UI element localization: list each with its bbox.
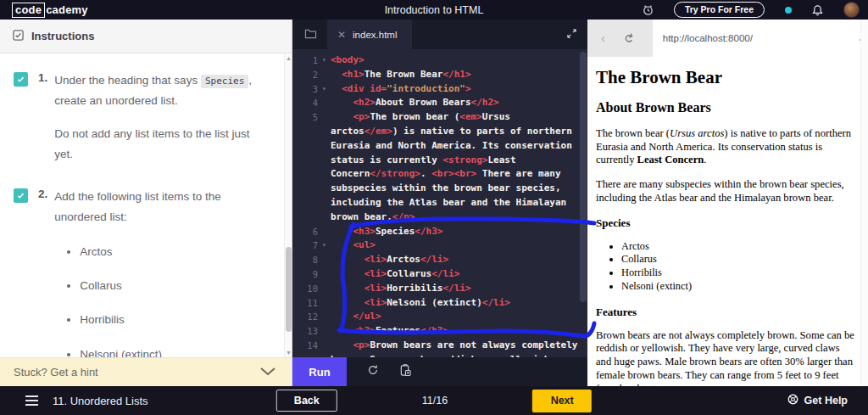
- lesson-progress: 11/16: [422, 395, 448, 407]
- instructions-header[interactable]: Instructions: [0, 20, 292, 53]
- logo-rest: cademy: [46, 3, 88, 16]
- fold-gutter: [318, 225, 331, 239]
- code-line[interactable]: 5 <p>The brown bear (<em>Ursus arctos</e…: [296, 110, 579, 224]
- get-help-label: Get Help: [804, 395, 848, 407]
- page-h1: The Brown Bear: [596, 67, 856, 88]
- inline-code-chip: Species: [201, 75, 248, 88]
- instructions-steps: 1. Under the heading that says Species, …: [0, 53, 292, 357]
- code-line[interactable]: 8 <li>Arctos</li>: [296, 253, 579, 267]
- lesson-title: 11. Unordered Lists: [53, 395, 148, 407]
- instruction-step-2: 2. Add the following list items to the u…: [14, 187, 270, 357]
- step1-text-2: Do not add any list items to the list ju…: [54, 124, 268, 165]
- step1-number: 1.: [38, 71, 47, 165]
- fold-gutter: [318, 110, 331, 224]
- step1-checkbox[interactable]: [14, 72, 28, 87]
- list-item: Nelsoni (extinct): [80, 345, 268, 357]
- fold-arrow-icon[interactable]: ▾: [318, 53, 331, 68]
- list-item: Collarus: [621, 253, 856, 266]
- page-h3-species: Species: [596, 216, 856, 230]
- tab-index-html[interactable]: ✕ index.html: [327, 20, 412, 49]
- page-h3-features: Features: [596, 306, 856, 319]
- fold-arrow-icon[interactable]: ▾: [318, 238, 331, 253]
- code-editor-panel: ✕ index.html 1▾<body>2 <h1>The Brown Bea…: [292, 20, 587, 386]
- list-item: Horribilis: [80, 310, 268, 330]
- user-avatar[interactable]: [843, 2, 860, 18]
- codecademy-learning-environment: codecademy Introduction to HTML Try Pro …: [0, 0, 868, 415]
- editor-tab-bar: ✕ index.html: [292, 20, 587, 49]
- code-line[interactable]: 2 <h1>The Brown Bear</h1>: [296, 68, 579, 82]
- chevron-down-icon: [259, 366, 276, 379]
- fold-gutter: [318, 310, 331, 324]
- editor-action-bar: Run: [292, 357, 587, 386]
- fold-gutter: [318, 339, 331, 357]
- editor-scrollbar-thumb[interactable]: [580, 52, 587, 302]
- code-line[interactable]: 13 <h3>Features</h3>: [296, 324, 579, 339]
- course-title: Introduction to HTML: [385, 4, 484, 16]
- fold-gutter: [318, 296, 331, 311]
- instructions-panel: Instructions 1. Under the heading that s…: [0, 20, 292, 386]
- timer-icon[interactable]: [643, 4, 654, 15]
- run-button[interactable]: Run: [292, 357, 347, 386]
- list-item: Collarus: [80, 276, 268, 296]
- code-line[interactable]: 12 </ul>: [296, 310, 579, 324]
- tab-close-icon[interactable]: ✕: [337, 29, 346, 41]
- fold-gutter: [318, 96, 331, 110]
- next-button[interactable]: Next: [532, 390, 592, 412]
- browser-bar: ‹ ↻ http://localhost:8000/ ➚: [587, 20, 868, 57]
- logo-code-box: code: [12, 3, 45, 18]
- folder-icon[interactable]: [304, 27, 317, 42]
- hint-bar[interactable]: Stuck? Get a hint: [0, 357, 292, 386]
- code-line[interactable]: 3▾ <div id="introduction">: [296, 82, 579, 97]
- page-paragraph-1: The brown bear (Ursus arctos) is native …: [596, 127, 856, 167]
- step2-item-list: Arctos Collarus Horribilis Nelsoni (exti…: [80, 242, 268, 357]
- list-item: Arctos: [621, 240, 856, 254]
- codecademy-logo[interactable]: codecademy: [12, 3, 88, 18]
- expand-icon[interactable]: [566, 27, 577, 42]
- code-line[interactable]: 4 <h2>About Brown Bears</h2>: [296, 96, 579, 110]
- scroll-up-icon[interactable]: ▲: [285, 55, 292, 61]
- lesson-footer-bar: 11. Unordered Lists Back 11/16 Next Get …: [0, 386, 868, 415]
- code-line[interactable]: 1▾<body>: [296, 53, 579, 68]
- notification-bell-icon[interactable]: [812, 4, 823, 16]
- instruction-step-1: 1. Under the heading that says Species, …: [14, 70, 270, 165]
- code-line[interactable]: 14 <p>Brown bears are not always complet…: [296, 339, 579, 357]
- code-line[interactable]: 10 <li>Horribilis</li>: [296, 282, 579, 296]
- step2-number: 2.: [38, 188, 47, 357]
- code-line[interactable]: 7▾ <ul>: [296, 238, 579, 253]
- scroll-down-icon[interactable]: ▼: [285, 350, 292, 356]
- refresh-icon[interactable]: [367, 364, 379, 379]
- browser-reload-icon[interactable]: ↻: [621, 31, 637, 44]
- fold-gutter: [318, 253, 331, 267]
- step2-checkbox[interactable]: [14, 188, 28, 203]
- code-line[interactable]: 9 <li>Collarus</li>: [296, 267, 579, 282]
- fold-arrow-icon[interactable]: ▾: [318, 82, 331, 97]
- copy-add-icon[interactable]: [399, 363, 411, 380]
- browser-back-icon[interactable]: ‹: [601, 31, 605, 45]
- fold-gutter: [318, 267, 331, 282]
- rendered-page: The Brown Bear About Brown Bears The bro…: [587, 57, 868, 386]
- species-list: Arctos Collarus Horribilis Nelsoni (exti…: [621, 240, 856, 294]
- instructions-checkbox-icon: [13, 30, 24, 43]
- code-line[interactable]: 6 <h3>Species</h3>: [296, 225, 579, 239]
- code-editor[interactable]: 1▾<body>2 <h1>The Brown Bear</h1>3▾ <div…: [292, 49, 587, 357]
- hamburger-menu-icon[interactable]: [25, 395, 38, 406]
- scrollbar-thumb[interactable]: [286, 247, 292, 332]
- url-field[interactable]: http://localhost:8000/: [653, 20, 855, 57]
- back-button[interactable]: Back: [276, 390, 337, 412]
- instructions-scrollbar[interactable]: ▲ ▼: [284, 53, 292, 357]
- get-help-link[interactable]: Get Help: [787, 394, 848, 407]
- fold-gutter: [318, 282, 331, 296]
- page-h2: About Brown Bears: [596, 100, 856, 115]
- lifebuoy-icon: [787, 394, 798, 407]
- streak-dot-icon: [785, 7, 792, 14]
- url-text: http://localhost:8000/: [663, 33, 753, 43]
- list-item: Arctos: [80, 242, 268, 262]
- step2-text: Add the following list items to the unor…: [54, 187, 268, 228]
- page-paragraph-2: There are many subspecies within the bro…: [596, 178, 856, 205]
- top-bar: codecademy Introduction to HTML Try Pro …: [0, 0, 868, 20]
- try-pro-button[interactable]: Try Pro For Free: [674, 2, 765, 18]
- preview-scrollbar[interactable]: [860, 20, 868, 386]
- instructions-header-label: Instructions: [31, 30, 94, 42]
- code-line[interactable]: 11 <li>Nelsoni (extinct)</li>: [296, 296, 579, 311]
- list-item: Nelsoni (extinct): [621, 280, 856, 294]
